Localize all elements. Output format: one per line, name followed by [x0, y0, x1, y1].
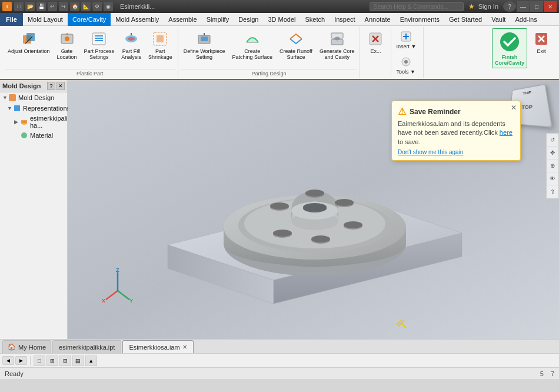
layout-single-btn[interactable]: □: [34, 356, 45, 366]
svg-rect-37: [21, 120, 27, 123]
generate-core-cavity-btn[interactable]: Generate Coreand Cavity: [317, 28, 358, 62]
panel-close-btn[interactable]: ✕: [56, 82, 65, 90]
part-shrinkage-btn[interactable]: PartShrinkage: [145, 28, 175, 62]
sign-in-btn[interactable]: Sign In: [478, 3, 498, 10]
viewport-toolbar: ↺ ✥ ⊕ 👁 ⇧: [546, 133, 559, 199]
adjust-orientation-btn[interactable]: Adjust Orientation: [5, 28, 53, 57]
tab-home[interactable]: 🏠 My Home: [2, 340, 51, 353]
home-icon[interactable]: 🏠: [70, 2, 79, 11]
tab-esimerkkipalikka[interactable]: esimerkkipalikka.ipt: [52, 340, 121, 353]
panel-title: Mold Design: [2, 82, 41, 89]
reminder-close-btn[interactable]: ✕: [511, 104, 517, 112]
menu-design[interactable]: Design: [234, 13, 263, 26]
svg-point-30: [500, 32, 519, 51]
help-button[interactable]: ?: [503, 1, 516, 12]
settings-icon[interactable]: ⚙: [92, 2, 102, 11]
measure-icon[interactable]: 📐: [81, 2, 91, 11]
reminder-link[interactable]: here: [500, 129, 513, 136]
svg-point-52: [305, 190, 324, 197]
star-icon[interactable]: ★: [468, 2, 475, 11]
menu-inspect[interactable]: Inspect: [330, 13, 360, 26]
reminder-no-show[interactable]: Don't show me this again: [398, 149, 514, 155]
menu-core-cavity[interactable]: Core/Cavity: [68, 13, 111, 26]
menu-bar: File Mold Layout Core/Cavity Mold Assemb…: [0, 13, 559, 26]
menu-get-started[interactable]: Get Started: [444, 13, 487, 26]
zoom-tool[interactable]: ⊕: [546, 160, 559, 172]
menu-simplify[interactable]: Simplify: [202, 13, 234, 26]
tree-label-representations: Representations: [23, 105, 70, 112]
reminder-body: Eaimerkkiosa.iam and its dependents have…: [398, 119, 514, 147]
close-button[interactable]: ✕: [544, 1, 557, 12]
tree-item-material[interactable]: ▶ Material: [0, 130, 67, 141]
create-patching-surface-btn[interactable]: CreatePatching Surface: [229, 28, 276, 62]
tab-esimerkkiosa[interactable]: Esimerkkiosa.iam ✕: [122, 340, 193, 353]
new-icon[interactable]: □: [14, 2, 24, 11]
minimize-button[interactable]: —: [517, 1, 530, 12]
menu-file[interactable]: File: [0, 13, 23, 26]
menu-mold-layout[interactable]: Mold Layout: [23, 13, 68, 26]
ribbon: Adjust Orientation GateLocation Part Pro…: [0, 26, 559, 80]
open-icon[interactable]: 📂: [25, 2, 35, 11]
group-label-plastic-part: Plastic Part: [5, 69, 175, 77]
svg-rect-16: [201, 36, 208, 41]
viewport[interactable]: TOP ↺ ✥ ⊕ 👁 ⇧ X Y Z: [68, 80, 559, 339]
menu-vault[interactable]: Vault: [487, 13, 510, 26]
save-icon[interactable]: 💾: [36, 2, 46, 11]
scroll-right-btn[interactable]: ►: [15, 356, 27, 365]
share-tool[interactable]: ⇧: [546, 185, 559, 198]
search-input[interactable]: [370, 2, 464, 11]
ribbon-group-finish: FinishCore/Cavity Exit: [490, 27, 557, 78]
status-num2: 7: [551, 370, 554, 377]
tree-item-mold-design[interactable]: ▼ Mold Design: [0, 92, 67, 103]
svg-text:X: X: [102, 298, 105, 303]
redo-icon[interactable]: ↪: [59, 2, 68, 11]
layout-up-btn[interactable]: ▲: [85, 356, 97, 366]
define-workpiece-btn[interactable]: Define WorkpieceSetting: [181, 28, 228, 62]
bottom-bar: ◄ ► □ ⊞ ⊟ ▤ ▲: [0, 353, 559, 367]
layout-horiz-btn[interactable]: ▤: [72, 356, 84, 366]
exclude-btn[interactable]: Ex...: [362, 28, 388, 57]
left-panel: Mold Design ? ✕ ▼ Mold Design ▼ Represen…: [0, 80, 68, 339]
menu-3dmodel[interactable]: 3D Model: [263, 13, 300, 26]
tools-btn[interactable]: Tools ▼: [394, 54, 417, 77]
panel-question-btn[interactable]: ?: [47, 82, 55, 90]
svg-point-60: [273, 230, 292, 237]
menu-addins[interactable]: Add-ins: [510, 13, 541, 26]
extra-icon[interactable]: ◉: [104, 2, 113, 11]
reminder-icon: ⚠: [398, 106, 406, 117]
tree-item-representations[interactable]: ▼ Representations: [0, 103, 67, 114]
menu-mold-assembly[interactable]: Mold Assembly: [111, 13, 164, 26]
panel-header: Mold Design ? ✕: [0, 80, 67, 92]
gate-location-btn[interactable]: GateLocation: [54, 28, 80, 62]
ribbon-group-extra: Ex...: [360, 27, 391, 78]
menu-annotate[interactable]: Annotate: [360, 13, 395, 26]
look-tool[interactable]: 👁: [546, 172, 559, 185]
app-icon: I: [2, 2, 12, 11]
layout-vert-btn[interactable]: ⊟: [59, 356, 71, 366]
insert-btn[interactable]: Insert ▼: [394, 28, 418, 51]
title-bar: I □ 📂 💾 ↩ ↪ 🏠 📐 ⚙ ◉ Esimerkkii... ★ Sign…: [0, 0, 559, 13]
svg-point-29: [404, 60, 408, 64]
reminder-title: Save Reminder: [410, 108, 461, 116]
mold-design-icon: [8, 94, 16, 102]
tab-close-icon[interactable]: ✕: [182, 344, 187, 350]
tree-item-esimerkkipalikka[interactable]: ▶ esimerkkipalikka ha...: [0, 114, 67, 130]
menu-environments[interactable]: Environments: [395, 13, 444, 26]
orbit-tool[interactable]: ↺: [546, 134, 559, 147]
svg-line-66: [106, 291, 118, 300]
exit-btn[interactable]: Exit: [528, 28, 554, 57]
scroll-left-btn[interactable]: ◄: [2, 356, 14, 365]
create-runoff-surface-btn[interactable]: Create RunoffSurface: [277, 28, 315, 62]
menu-sketch[interactable]: Sketch: [300, 13, 330, 26]
maximize-button[interactable]: □: [530, 1, 543, 12]
pan-tool[interactable]: ✥: [546, 147, 559, 160]
finish-core-cavity-btn[interactable]: FinishCore/Cavity: [492, 28, 527, 68]
undo-icon[interactable]: ↩: [48, 2, 57, 11]
tab-bar: 🏠 My Home esimerkkipalikka.ipt Esimerkki…: [0, 339, 559, 353]
part-fill-analysis-btn[interactable]: Part FillAnalysis: [118, 28, 144, 62]
part-process-settings-btn[interactable]: Part ProcessSettings: [81, 28, 118, 62]
status-bar: Ready 5 7: [0, 367, 559, 379]
menu-assemble[interactable]: Assemble: [164, 13, 201, 26]
svg-rect-34: [9, 94, 16, 101]
layout-grid-btn[interactable]: ⊞: [46, 356, 58, 366]
